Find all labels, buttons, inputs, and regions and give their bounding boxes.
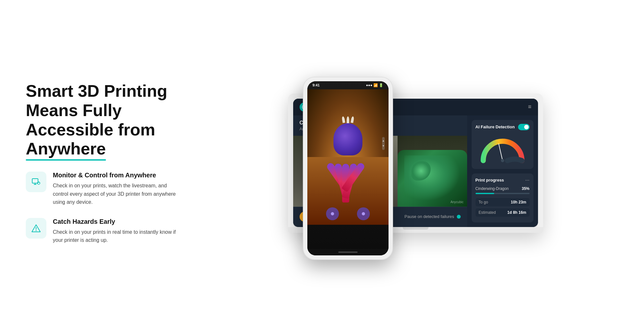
warning-triangle-icon xyxy=(31,223,41,233)
phone-screen: 9:41 ●●● 📶 🔋 xyxy=(307,81,389,249)
feature-desc-monitor: Check in on your prints, watch the lives… xyxy=(53,182,182,206)
estimated-label: Estimated xyxy=(479,210,496,215)
progress-file-name: Cinderwing-Dragon xyxy=(476,186,509,191)
svg-point-18 xyxy=(501,159,504,162)
title-anywhere: Anywhere xyxy=(26,139,106,159)
print-progress-header: Print progress ··· xyxy=(476,177,530,183)
to-go-value: 10h 23m xyxy=(511,200,526,204)
gauge-container xyxy=(476,133,530,165)
print-progress-card: Print progress ··· Cinderwing-Dragon 35% xyxy=(472,173,533,222)
title-line2: Means Fully Accessible from xyxy=(26,101,155,139)
phone-video-feed: ▲ ▼ xyxy=(307,89,389,225)
feature-text-hazards: Catch Hazards Early Check in on your pri… xyxy=(53,218,182,244)
feature-list: Monitor & Control from Anywhere Check in… xyxy=(26,172,193,244)
progress-bar-fill xyxy=(476,193,495,194)
estimated-value: 1d 8h 16m xyxy=(507,210,526,215)
ai-detection-toggle[interactable] xyxy=(518,124,530,130)
phone-mockup: 9:41 ●●● 📶 🔋 xyxy=(303,77,393,260)
title-line1: Smart 3D Printing xyxy=(26,82,167,100)
progress-file-row: Cinderwing-Dragon 35% xyxy=(476,186,530,191)
pause-detected-text: Pause on detected failures xyxy=(405,214,454,219)
print-progress-label: Print progress xyxy=(476,178,504,183)
phone-signal: ●●● 📶 🔋 xyxy=(366,83,383,87)
feature-desc-hazards: Check in on your prints in real time to … xyxy=(53,228,182,244)
progress-stat-estimated: Estimated 1d 8h 16m xyxy=(476,208,530,217)
phone-outer: 9:41 ●●● 📶 🔋 xyxy=(303,77,393,260)
feature-text-monitor: Monitor & Control from Anywhere Check in… xyxy=(53,172,182,206)
octopus-visual xyxy=(307,89,389,225)
progress-percent: 35% xyxy=(522,186,529,191)
ai-gauge-svg xyxy=(477,135,528,164)
feature-item-hazards: Catch Hazards Early Check in on your pri… xyxy=(26,218,193,244)
pause-detected-toggle[interactable] xyxy=(457,215,461,219)
ai-detection-header: AI Failure Detection xyxy=(476,124,530,130)
left-panel: Smart 3D Printing Means Fully Accessible… xyxy=(26,82,193,244)
pause-detected-label: Pause on detected failures xyxy=(405,214,461,219)
phone-time: 9:41 xyxy=(312,83,320,87)
right-sidebar: AI Failure Detection xyxy=(467,115,538,227)
more-options-icon[interactable]: ··· xyxy=(525,177,529,183)
to-go-label: To go xyxy=(479,200,488,204)
ai-detection-card: AI Failure Detection xyxy=(472,120,533,169)
monitor-icon-box xyxy=(26,172,46,192)
page-container: Smart 3D Printing Means Fully Accessible… xyxy=(0,47,644,279)
svg-rect-0 xyxy=(32,179,38,183)
phone-status-bar: 9:41 ●●● 📶 🔋 xyxy=(307,81,389,89)
feature-title-monitor: Monitor & Control from Anywhere xyxy=(53,172,182,179)
hero-title: Smart 3D Printing Means Fully Accessible… xyxy=(26,82,193,159)
svg-line-5 xyxy=(39,183,40,183)
feature-item-monitor: Monitor & Control from Anywhere Check in… xyxy=(26,172,193,206)
ai-detection-label: AI Failure Detection xyxy=(476,124,515,129)
progress-bar-track xyxy=(476,193,530,194)
right-panel: obico ≡ Cinderwing-Dragon.gcode xyxy=(213,66,618,260)
progress-stat-to-go: To go 10h 23m xyxy=(476,198,530,206)
tablet-monitor-icon xyxy=(31,177,41,187)
svg-line-17 xyxy=(499,144,503,161)
menu-icon[interactable]: ≡ xyxy=(528,104,532,110)
hazards-icon-box xyxy=(26,218,46,239)
phone-inner: 9:41 ●●● 📶 🔋 xyxy=(307,81,389,255)
feature-title-hazards: Catch Hazards Early xyxy=(53,218,182,225)
svg-point-9 xyxy=(36,230,37,231)
